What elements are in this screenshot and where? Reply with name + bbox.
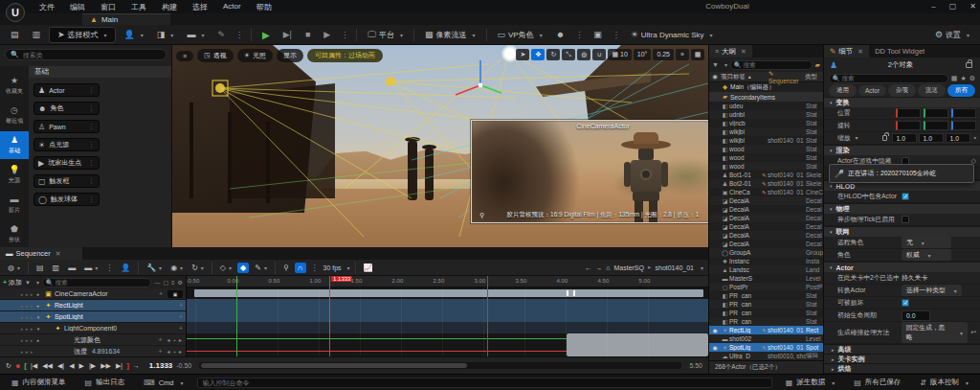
details-property-row[interactable]: 角色 权威 权威▾ 权威 ◇ ↩ <box>824 249 980 262</box>
viewport[interactable]: ≡ ◳透视 ☀光照 显示 可回属性：过场动画 ➤ ✥ ↻ ⤡ ◍ ∪ ▦ 10 … <box>172 45 708 247</box>
transport-button[interactable]: ▶ <box>79 362 84 370</box>
camera-lock-toggle[interactable]: ▣ <box>167 290 183 298</box>
sequencer-search-input[interactable] <box>56 279 148 286</box>
eye-icon[interactable]: ◉ <box>709 344 721 351</box>
place-item[interactable]: ♙ Pawn ⋮ <box>33 120 100 133</box>
lock-icon[interactable]: ● <box>20 326 23 332</box>
collapsed-section[interactable]: ▸关卡实例 <box>824 354 980 363</box>
gear-icon[interactable]: ⚙ <box>178 279 183 286</box>
outliner-row[interactable]: ◉ ◪ DecalA ✎ Decal <box>709 214 823 222</box>
tab-dd-tool-widget[interactable]: DD Tool Widget <box>869 45 930 57</box>
outliner-folder-row[interactable]: ▰ SecondaryItems <box>709 92 823 102</box>
details-property-row[interactable]: 在HLOD中包含Actor ▾ ◇ ↩ <box>824 191 980 203</box>
breadcrumb-shot[interactable]: shot0140_01 <box>656 264 694 271</box>
camera-speed-button[interactable]: » <box>676 49 689 60</box>
console-input[interactable] <box>197 378 772 388</box>
derived-data-dropdown[interactable]: ▦派生数据▾ <box>780 375 841 390</box>
grid-snap-dropdown[interactable]: ▦ 10 <box>608 49 631 60</box>
breadcrumb-master[interactable]: MasterSQ <box>613 264 644 271</box>
scale-field[interactable]: 1.0 <box>946 133 970 143</box>
sequencer-timeline[interactable]: -0.500.000.501.001.502.002.503.003.504.0… <box>187 276 708 356</box>
console-input-field[interactable] <box>203 379 767 386</box>
marker-button[interactable]: ⚲ <box>280 263 292 273</box>
outliner-row[interactable]: ◉ ◧ PR_can ✎ Stat <box>709 291 823 300</box>
toolbar-overflow-icon[interactable]: ⋮ <box>234 31 245 39</box>
expander-icon[interactable]: ▸ <box>34 337 42 343</box>
key-options-dropdown[interactable]: ◇▾ <box>217 263 234 273</box>
outliner-row[interactable]: ◉ ☀ SpotLig ✎ shot0140_01 Spot <box>709 343 823 352</box>
menu-item[interactable]: 工具 <box>124 0 153 14</box>
outliner-row[interactable]: ◉ ❖ Instanc ✎ Insta <box>709 257 823 265</box>
scale-field[interactable]: 1.0 <box>919 133 944 143</box>
tab-sequencer[interactable]: ▬ Sequencer ✕ <box>0 247 82 260</box>
scale-lock-icon[interactable] <box>882 135 887 141</box>
outliner-row[interactable]: ◉ ♟ Bot2-01 ✎ shot0140_01 Skele <box>709 179 823 188</box>
add-section-icon[interactable]: + <box>159 290 166 297</box>
filter-chip[interactable]: 流送 <box>918 84 946 97</box>
tab-details[interactable]: ✎ 细节 ✕ <box>824 45 869 57</box>
details-search-input[interactable] <box>842 75 945 81</box>
rotation-x-field[interactable] <box>896 121 921 130</box>
filter-chip[interactable]: 通用 <box>829 84 857 97</box>
outliner-row[interactable]: ◉ ◧ PR_can ✎ Stat <box>709 317 823 326</box>
checkbox[interactable] <box>902 216 909 223</box>
collapsed-section[interactable]: ▸烘焙 <box>824 363 980 373</box>
world-space-button[interactable]: ◍ <box>577 49 590 60</box>
outliner-row[interactable]: ◉ ◧ wood ✎ Stat <box>709 145 823 153</box>
platform-dropdown[interactable]: 🖵平台▾ <box>363 28 408 42</box>
location-y-field[interactable] <box>924 108 948 118</box>
outliner-row[interactable]: ◉ ◧ udeu ✎ Stat <box>709 102 823 110</box>
lock-icon[interactable]: ● <box>20 337 23 343</box>
outliner-row[interactable]: ◉ ◪ DecalA ✎ Decal <box>709 205 823 214</box>
dropdown[interactable]: 权威▾ <box>902 249 951 261</box>
world-dropdown[interactable]: ◍▾ <box>5 263 23 273</box>
location-z-field[interactable] <box>951 108 976 118</box>
outliner-row[interactable]: ◉ ◪ DecalA ✎ Decal <box>709 222 823 231</box>
blueprint-dropdown[interactable]: ◨▾ <box>152 28 179 41</box>
import-button[interactable]: ▥ <box>28 28 46 41</box>
transport-button[interactable]: ◀◀ <box>42 362 53 370</box>
rotate-tool-button[interactable]: ↻ <box>546 49 560 60</box>
outliner-search-input[interactable] <box>743 61 808 68</box>
lock-icon[interactable]: ● <box>20 349 23 355</box>
place-search[interactable]: 🔍 <box>5 49 167 60</box>
collapsed-section[interactable]: ▸高级 <box>824 344 980 354</box>
current-time-display[interactable]: 1.1333 <box>149 361 172 370</box>
sky-dropdown[interactable]: ☀Ultra Dynamic Sky▾ <box>626 28 718 41</box>
menu-item[interactable]: 编辑 <box>63 0 92 14</box>
menu-item[interactable]: 文件 <box>33 0 61 14</box>
lock-icon[interactable]: ● <box>20 291 23 297</box>
outliner-row[interactable]: ◉ ♟ Bot1-01 ✎ shot0140_01 Skele <box>709 171 823 179</box>
place-category[interactable]: ★ 收藏夹 <box>0 72 29 100</box>
filter-chip[interactable]: Actor <box>858 85 886 96</box>
place-item[interactable]: ◯ 触发球体 ⋮ <box>33 193 100 206</box>
menu-item[interactable]: 帮助 <box>250 0 278 14</box>
sequencer-track-row[interactable]: ●●● ▾ ✦ LightComponent0 + ◂ ⬩ ▸ ▣ <box>0 323 186 334</box>
maximize-viewport-button[interactable]: ▦ <box>691 49 704 60</box>
timeline-scrollbar[interactable] <box>199 362 681 369</box>
mute-icon[interactable]: ● <box>30 303 33 309</box>
back-icon[interactable]: ← <box>585 264 591 271</box>
playhead[interactable]: 1.1333 <box>329 276 330 356</box>
details-section-header[interactable]: 物理 <box>836 204 850 214</box>
edit-options-dropdown[interactable]: 🔧▾ <box>144 263 165 273</box>
camera-cut-bar[interactable] <box>194 289 703 297</box>
transport-button[interactable]: ▶| <box>116 362 122 370</box>
lock-icon[interactable]: ● <box>20 314 23 320</box>
details-property-row[interactable]: 异步物理Tick已启用 ▾ ◇ ↩ <box>824 214 980 226</box>
paint-button[interactable]: ✎ <box>212 28 230 41</box>
location-row[interactable]: 位置 <box>824 107 980 120</box>
checkbox[interactable] <box>902 299 909 307</box>
close-button[interactable]: ✕ <box>969 0 976 13</box>
menu-item[interactable]: 构建 <box>155 0 184 14</box>
place-category[interactable]: 💡 光源 <box>0 161 29 189</box>
play-button[interactable]: ▶ <box>257 28 275 42</box>
snap-options-icon[interactable]: ⋮ <box>309 264 321 272</box>
mute-icon[interactable]: ● <box>30 349 33 355</box>
dropdown[interactable]: 无▾ <box>902 237 951 248</box>
home-icon[interactable]: ⌂ <box>606 264 610 271</box>
edit-mode-dropdown[interactable]: ✎▾ <box>252 263 270 273</box>
outliner-row[interactable]: ◉ ◪ DecalA ✎ Decal <box>709 231 823 240</box>
sequencer-track-row[interactable]: ●●● ▸ ✦ RectLight + ◂ ⬩ ▸ ▣ <box>0 300 186 311</box>
scale-tool-button[interactable]: ⤡ <box>562 49 575 60</box>
